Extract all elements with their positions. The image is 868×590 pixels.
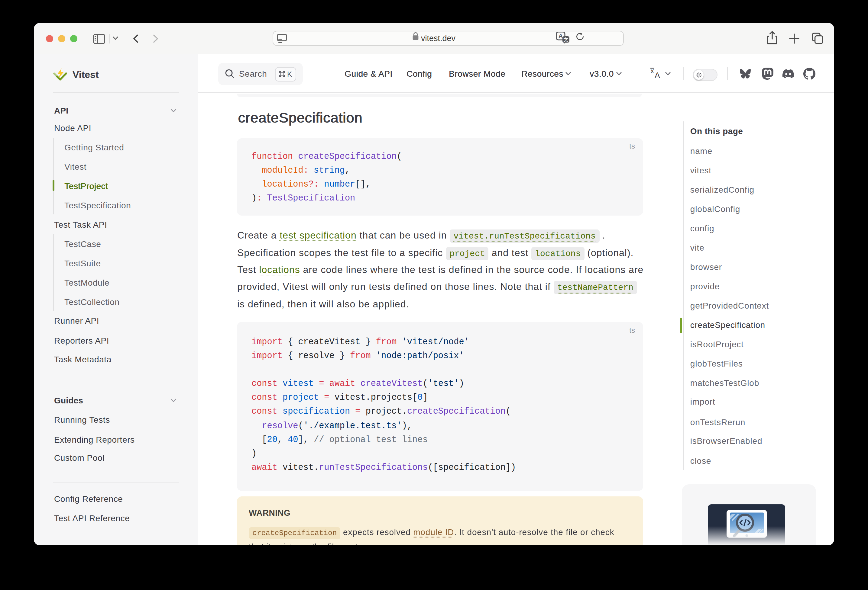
svg-text:文: 文 <box>563 37 568 42</box>
svg-text:A: A <box>558 32 563 39</box>
svg-text:A: A <box>655 71 660 80</box>
